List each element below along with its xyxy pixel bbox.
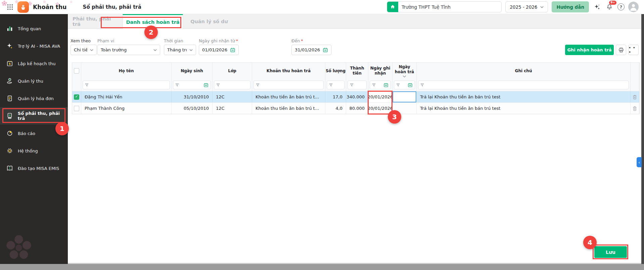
app-grid-icon[interactable]: [6, 3, 14, 11]
sidebar-item-tong-quan[interactable]: Tổng quan: [0, 20, 68, 37]
cell-so-luong: 17,0: [325, 91, 346, 102]
funnel-icon: [85, 83, 89, 87]
school-year-select[interactable]: 2025 - 2026: [505, 1, 548, 12]
row-checkbox[interactable]: [74, 106, 79, 111]
filter-thanh-tien[interactable]: [348, 81, 367, 89]
col-header-ngay-sinh[interactable]: Ngày sinh: [172, 63, 213, 79]
filter-ghi-chu[interactable]: [418, 81, 629, 89]
school-selector[interactable]: [387, 1, 502, 12]
time-select[interactable]: Tháng trước: [164, 45, 196, 55]
home-icon[interactable]: [387, 1, 398, 12]
school-name-input[interactable]: [398, 4, 501, 10]
tab-bar: Phải thu, phải trả Danh sách hoàn trả Qu…: [68, 14, 641, 29]
cell-thanh-tien: 340.000: [346, 91, 368, 102]
funnel-icon: [175, 83, 179, 87]
row-select-cell: [72, 91, 81, 102]
sidebar-item-dao-tao-misa-emis[interactable]: Đào tạo MISA EMIS: [0, 160, 68, 177]
filter-label-record-from: Ngày ghi nhận từ*: [199, 38, 238, 43]
cell-thanh-tien: 80.000: [346, 103, 368, 114]
sidebar-item-quan-ly-thu[interactable]: $ Quản lý thu: [0, 72, 68, 90]
khoan-thu-app-icon[interactable]: [17, 1, 29, 13]
sidebar-item-label: Tổng quan: [18, 26, 41, 31]
print-button[interactable]: [616, 45, 626, 55]
to-date-input[interactable]: 31/01/2026: [291, 45, 331, 55]
sidebar-item-label: Trợ lý AI - MISA AVA: [18, 44, 60, 49]
ai-sparkle-icon[interactable]: [593, 3, 601, 11]
sidebar-item-bao-cao[interactable]: Báo cáo: [0, 125, 68, 142]
sidebar-item-label: Đào tạo MISA EMIS: [18, 166, 59, 171]
col-header-khoan-thu[interactable]: Khoản thu hoàn trả: [252, 63, 325, 79]
tab-quan-ly-so-du[interactable]: Quản lý số dư: [187, 14, 231, 29]
filter-ngay-ghi-nhan[interactable]: [370, 81, 391, 89]
school-year-value: 2025 - 2026: [510, 4, 537, 10]
sidebar-item-lap-ke-hoach-thu[interactable]: $ Lập kế hoạch thu: [0, 55, 68, 72]
col-header-thanh-tien[interactable]: Thành tiền: [346, 63, 368, 79]
app-name: Khoản thu: [33, 4, 67, 10]
col-header-so-luong[interactable]: Số lượng: [325, 63, 346, 79]
filter-so-luong[interactable]: [327, 81, 344, 89]
record-from-date-input[interactable]: 01/01/2026: [199, 45, 239, 55]
filter-ngay-hoan-tra[interactable]: [394, 81, 415, 89]
cell-ngay-ghi-nhan[interactable]: 20/01/2026: [368, 91, 393, 102]
cell-actions: [631, 103, 639, 114]
filter-lop[interactable]: [214, 81, 250, 89]
svg-text:$: $: [9, 62, 11, 65]
cell-ngay-hoan-tra[interactable]: [393, 103, 417, 114]
tab-danh-sach-hoan-tra[interactable]: Danh sách hoàn trả: [123, 14, 183, 29]
cell-ngay-ghi-nhan[interactable]: 20/01/2026: [368, 103, 393, 114]
ellipsis-icon: • • •: [629, 46, 638, 54]
calendar-dollar-icon: $: [6, 60, 13, 67]
ai-sparkle-icon: [6, 43, 13, 49]
cell-ngay-sinh: 05/10/2010: [172, 103, 213, 114]
row-checkbox-checked[interactable]: [74, 94, 79, 100]
sidebar-item-he-thong[interactable]: Hệ thống: [0, 142, 68, 160]
delete-row-icon[interactable]: [632, 94, 637, 100]
sidebar-item-quan-ly-hoa-don[interactable]: Quản lý hóa đơn: [0, 90, 68, 107]
col-header-ngay-ghi-nhan[interactable]: Ngày ghi nhận: [368, 63, 393, 79]
col-header-actions: [631, 63, 639, 79]
collapse-panel-tab[interactable]: ‹: [637, 157, 642, 167]
funnel-icon: [396, 83, 400, 87]
row-select-cell: [72, 103, 81, 114]
view-by-select[interactable]: Chi tiết: [71, 45, 97, 55]
cell-actions: [631, 91, 639, 102]
view-by-value: Chi tiết: [74, 47, 87, 52]
filter-ho-ten[interactable]: [83, 81, 170, 89]
col-header-ngay-hoan-tra[interactable]: Ngày hoàn trả: [393, 63, 417, 79]
top-bar: Khoản thu Sổ phải thu, phải trả 2025 - 2…: [0, 0, 644, 14]
filter-ngay-sinh[interactable]: [173, 81, 211, 89]
scope-value: Toàn trường: [101, 47, 151, 52]
scope-select[interactable]: Toàn trường: [97, 45, 160, 55]
sidebar-item-tro-ly-ai[interactable]: Trợ lý AI - MISA AVA: [0, 37, 68, 55]
funnel-icon: [256, 83, 260, 87]
help-icon[interactable]: ?: [617, 3, 625, 10]
table-header-row: Họ tên Ngày sinh Lớp Khoản thu hoàn trả …: [72, 63, 639, 79]
record-refund-button[interactable]: Ghi nhận hoàn trả: [565, 45, 614, 55]
user-avatar[interactable]: [628, 2, 639, 12]
sidebar-item-label: Hệ thống: [18, 148, 38, 153]
delete-row-icon[interactable]: [632, 106, 637, 111]
col-header-ghi-chu[interactable]: Ghi chú: [417, 63, 631, 79]
cell-lop: 12C: [213, 91, 252, 102]
funnel-icon: [216, 83, 220, 87]
notifications-bell-icon[interactable]: 9+: [605, 3, 614, 11]
calendar-icon: [323, 47, 328, 53]
save-button[interactable]: Lưu: [594, 246, 627, 258]
guide-button[interactable]: Hướng dẫn: [552, 1, 589, 12]
cell-ho-ten: Phạm Thành Công: [81, 103, 172, 114]
col-header-lop[interactable]: Lớp: [213, 63, 252, 79]
cell-ngay-hoan-tra-focused[interactable]: [393, 91, 417, 102]
bottom-edge-strip: [0, 264, 644, 270]
more-actions-button[interactable]: • • •: [628, 45, 639, 55]
table-row[interactable]: Đặng Thị Hải Yến 31/10/2010 12C Khoản th…: [72, 91, 639, 102]
tab-phai-thu-phai-tra[interactable]: Phải thu, phải trả: [73, 14, 116, 29]
select-all-checkbox[interactable]: [74, 68, 79, 74]
col-header-ho-ten[interactable]: Họ tên: [81, 63, 172, 79]
table-row[interactable]: Phạm Thành Công 05/10/2010 12C Khoản thu…: [72, 102, 639, 114]
hand-coin-icon: $: [6, 78, 13, 84]
to-date-value: 31/01/2026: [295, 47, 320, 52]
cell-ghi-chu: Trả lại Khoản thu tiền ăn bán trú test: [417, 103, 631, 114]
header-select-all: [72, 63, 81, 79]
sidebar-item-so-phai-thu-phai-tra[interactable]: $ Sổ phải thu, phải trả: [0, 107, 68, 125]
filter-khoan-thu[interactable]: [254, 81, 324, 89]
